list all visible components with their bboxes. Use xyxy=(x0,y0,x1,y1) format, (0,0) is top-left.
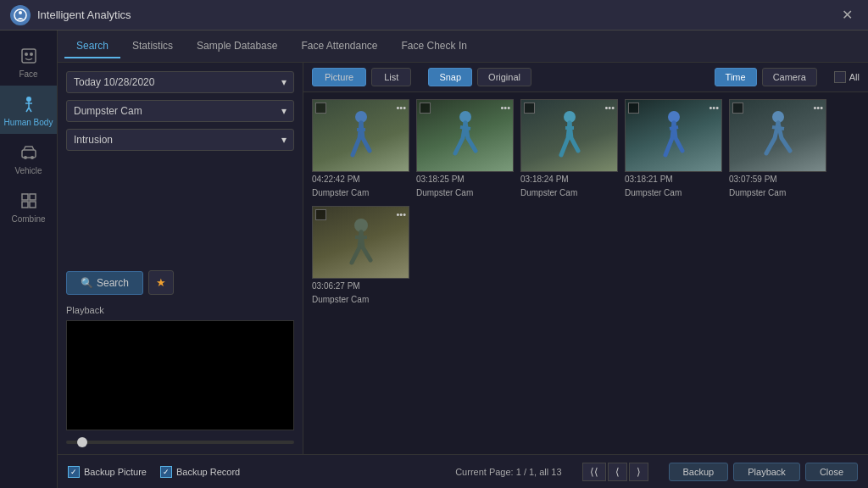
image-timestamp: 04:22:42 PM xyxy=(312,174,409,186)
svg-rect-12 xyxy=(30,202,36,208)
card-checkbox[interactable] xyxy=(628,103,639,114)
app-logo xyxy=(10,5,31,25)
card-menu[interactable]: ••• xyxy=(813,103,823,113)
sidebar-item-face[interactable]: Face xyxy=(0,37,57,86)
search-button[interactable]: 🔍 Search xyxy=(66,271,143,295)
image-camera: Dumpster Cam xyxy=(625,187,722,199)
chevron-down-icon: ▾ xyxy=(281,76,287,88)
card-menu[interactable]: ••• xyxy=(500,103,510,113)
image-camera: Dumpster Cam xyxy=(312,187,409,199)
card-menu[interactable]: ••• xyxy=(396,103,406,113)
chevron-down-icon: ▾ xyxy=(281,105,287,117)
card-checkbox[interactable] xyxy=(524,103,535,114)
top-tabs-bar: Search Statistics Sample Database Face A… xyxy=(58,30,868,63)
image-timestamp: 03:06:27 PM xyxy=(312,280,409,292)
tab-search[interactable]: Search xyxy=(64,35,120,58)
image-timestamp: 03:07:59 PM xyxy=(729,174,826,186)
time-sort-button[interactable]: Time xyxy=(715,68,757,86)
card-checkbox[interactable] xyxy=(315,209,326,220)
playback-section: Playback xyxy=(66,305,294,446)
playback-action-button[interactable]: Playback xyxy=(733,463,800,481)
picture-view-button[interactable]: Picture xyxy=(312,68,366,86)
date-filter-dropdown[interactable]: Today 10/28/2020 ▾ xyxy=(66,71,294,93)
tab-face-checkin[interactable]: Face Check In xyxy=(390,35,479,58)
card-checkbox[interactable] xyxy=(420,103,431,114)
image-camera: Dumpster Cam xyxy=(312,294,409,306)
image-card[interactable]: ••• 03:18:21 PM Dumpster Cam xyxy=(625,99,722,199)
results-toolbar: Picture List Snap Original Time Camera A… xyxy=(303,63,868,92)
image-camera: Dumpster Cam xyxy=(520,187,618,199)
image-timestamp: 03:18:25 PM xyxy=(416,174,514,186)
image-camera: Dumpster Cam xyxy=(729,187,826,199)
playback-slider-container xyxy=(66,435,294,446)
svg-point-4 xyxy=(30,53,33,56)
sidebar: Face Human Body xyxy=(0,30,58,488)
select-all-checkbox[interactable] xyxy=(834,71,846,83)
select-all-container: All xyxy=(834,71,860,83)
camera-sort-button[interactable]: Camera xyxy=(762,68,817,86)
image-card[interactable]: ••• 03:07:59 PM Dumpster Cam xyxy=(729,99,826,199)
sidebar-item-vehicle[interactable]: Vehicle xyxy=(0,134,57,182)
sidebar-item-combine[interactable]: Combine xyxy=(0,182,57,230)
window-close-button[interactable]: ✕ xyxy=(837,5,858,25)
backup-record-checkbox[interactable]: ✓ xyxy=(160,466,172,478)
card-menu[interactable]: ••• xyxy=(396,209,406,219)
sidebar-face-label: Face xyxy=(19,69,37,79)
snap-button[interactable]: Snap xyxy=(428,68,472,86)
playback-video xyxy=(66,320,294,430)
svg-rect-2 xyxy=(22,49,36,63)
app-title: Intelligent Analytics xyxy=(37,8,837,21)
svg-point-7 xyxy=(24,156,27,159)
svg-point-5 xyxy=(26,97,31,102)
backup-picture-check: ✓ Backup Picture xyxy=(68,466,147,478)
svg-rect-6 xyxy=(22,150,36,158)
prev-page-button[interactable]: ⟨ xyxy=(608,463,627,481)
backup-action-button[interactable]: Backup xyxy=(669,463,729,481)
sidebar-combine-label: Combine xyxy=(11,214,45,224)
image-timestamp: 03:18:21 PM xyxy=(625,174,722,186)
sidebar-vehicle-label: Vehicle xyxy=(14,166,42,175)
svg-point-1 xyxy=(19,11,22,14)
sidebar-item-human-body[interactable]: Human Body xyxy=(0,86,57,134)
svg-rect-10 xyxy=(30,194,36,200)
playback-thumb xyxy=(77,437,87,447)
vehicle-icon xyxy=(17,141,41,164)
filter-panel: Today 10/28/2020 ▾ Dumpster Cam ▾ Intrus… xyxy=(58,63,303,454)
search-icon: 🔍 xyxy=(81,277,93,289)
bottom-bar: ✓ Backup Picture ✓ Backup Record Current… xyxy=(58,454,868,488)
svg-point-8 xyxy=(31,156,34,159)
card-menu[interactable]: ••• xyxy=(604,103,615,113)
list-view-button[interactable]: List xyxy=(371,68,411,86)
next-page-button[interactable]: ⟩ xyxy=(629,463,648,481)
favorite-button[interactable]: ★ xyxy=(148,270,174,295)
results-panel: Picture List Snap Original Time Camera A… xyxy=(303,63,868,454)
select-all-label: All xyxy=(849,72,860,82)
svg-rect-9 xyxy=(22,194,28,200)
svg-rect-11 xyxy=(22,202,28,208)
page-info: Current Page: 1 / 1, all 13 xyxy=(253,467,561,477)
first-page-button[interactable]: ⟨⟨ xyxy=(582,463,606,481)
face-icon xyxy=(17,44,41,68)
image-card[interactable]: ••• 03:18:25 PM Dumpster Cam xyxy=(416,99,514,199)
close-action-button[interactable]: Close xyxy=(805,463,858,481)
camera-filter-dropdown[interactable]: Dumpster Cam ▾ xyxy=(66,100,294,122)
card-menu[interactable]: ••• xyxy=(709,103,719,113)
page-navigation: ⟨⟨ ⟨ ⟩ xyxy=(582,463,648,481)
image-card[interactable]: ••• 04:22:42 PM Dumpster Cam xyxy=(312,99,409,199)
playback-slider[interactable] xyxy=(66,441,294,444)
original-button[interactable]: Original xyxy=(477,68,531,86)
tab-statistics[interactable]: Statistics xyxy=(120,35,185,58)
image-card[interactable]: ••• 03:06:27 PM Dumpster Cam xyxy=(312,206,409,306)
card-checkbox[interactable] xyxy=(732,103,743,114)
backup-picture-checkbox[interactable]: ✓ xyxy=(68,466,80,478)
title-bar: Intelligent Analytics ✕ xyxy=(0,0,868,30)
action-buttons: Backup Playback Close xyxy=(669,463,858,481)
human-body-icon xyxy=(17,92,41,116)
tab-sample-database[interactable]: Sample Database xyxy=(185,35,289,58)
image-timestamp: 03:18:24 PM xyxy=(520,174,618,186)
image-camera: Dumpster Cam xyxy=(416,187,514,199)
card-checkbox[interactable] xyxy=(315,103,326,114)
event-filter-dropdown[interactable]: Intrusion ▾ xyxy=(66,129,294,151)
image-card[interactable]: ••• 03:18:24 PM Dumpster Cam xyxy=(520,99,618,199)
tab-face-attendance[interactable]: Face Attendance xyxy=(289,35,389,58)
